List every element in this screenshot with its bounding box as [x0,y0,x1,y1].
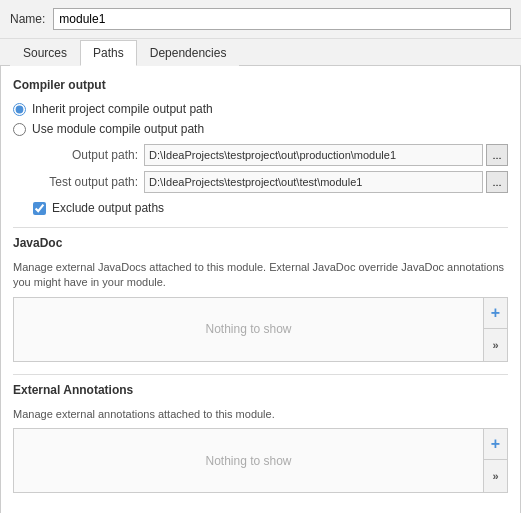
test-output-path-input[interactable] [144,171,483,193]
output-fields: Output path: ... Test output path: ... [33,144,508,193]
inherit-radio[interactable] [13,103,26,116]
javadoc-section: JavaDoc Manage external JavaDocs attache… [13,236,508,362]
test-output-path-label: Test output path: [33,175,138,189]
external-annotations-more-btn[interactable]: » [484,460,507,492]
name-input[interactable] [53,8,511,30]
compiler-output-title: Compiler output [13,78,508,92]
divider-1 [13,227,508,228]
javadoc-more-btn[interactable]: » [484,329,507,361]
test-output-path-browse-btn[interactable]: ... [486,171,508,193]
tab-paths[interactable]: Paths [80,40,137,66]
test-output-path-row: Test output path: ... [33,171,508,193]
javadoc-title: JavaDoc [13,236,508,250]
module-radio-label: Use module compile output path [32,122,204,136]
output-path-browse-btn[interactable]: ... [486,144,508,166]
tab-dependencies[interactable]: Dependencies [137,40,240,66]
radio-inherit: Inherit project compile output path [13,102,508,116]
tab-sources[interactable]: Sources [10,40,80,66]
javadoc-add-btn[interactable]: + [484,298,507,329]
main-content: Compiler output Inherit project compile … [0,66,521,513]
javadoc-description: Manage external JavaDocs attached to thi… [13,260,508,291]
tabs-row: Sources Paths Dependencies [0,39,521,66]
external-annotations-actions: + » [483,429,507,492]
exclude-checkbox-row: Exclude output paths [33,201,508,215]
external-annotations-empty-label: Nothing to show [14,429,483,492]
exclude-checkbox[interactable] [33,202,46,215]
output-path-label: Output path: [33,148,138,162]
javadoc-actions: + » [483,298,507,361]
output-path-row: Output path: ... [33,144,508,166]
javadoc-empty-label: Nothing to show [14,298,483,361]
external-annotations-description: Manage external annotations attached to … [13,407,508,422]
external-annotations-add-btn[interactable]: + [484,429,507,460]
external-annotations-panel: Nothing to show + » [13,428,508,493]
radio-module: Use module compile output path [13,122,508,136]
compiler-output-section: Compiler output Inherit project compile … [13,78,508,215]
external-annotations-title: External Annotations [13,383,508,397]
header: Name: [0,0,521,39]
radio-group: Inherit project compile output path Use … [13,102,508,136]
external-annotations-section: External Annotations Manage external ann… [13,383,508,493]
module-radio[interactable] [13,123,26,136]
exclude-checkbox-label: Exclude output paths [52,201,164,215]
inherit-radio-label: Inherit project compile output path [32,102,213,116]
divider-2 [13,374,508,375]
output-path-input[interactable] [144,144,483,166]
javadoc-panel: Nothing to show + » [13,297,508,362]
name-label: Name: [10,12,45,26]
